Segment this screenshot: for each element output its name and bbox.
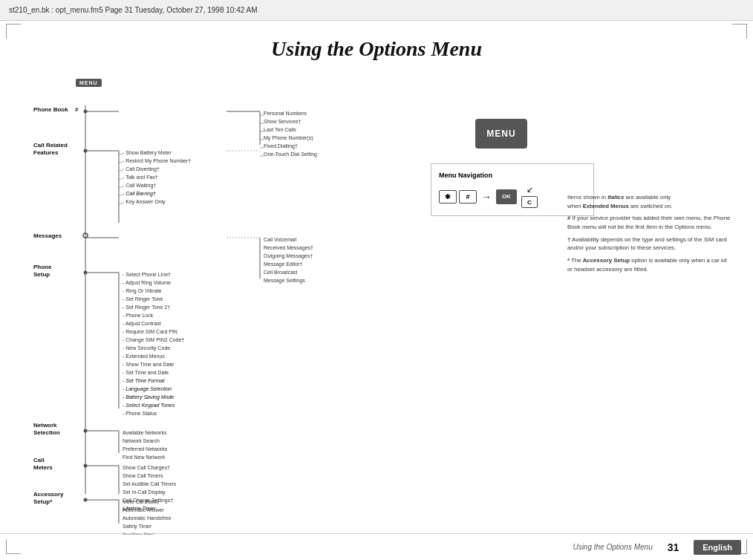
main-content: MENU Phone Book # Call Related Features …	[22, 74, 731, 523]
svg-text:- Ring Or Vibrate: - Ring Or Vibrate	[123, 288, 161, 294]
corner-mark-tr	[732, 24, 747, 39]
corner-mark-tl	[6, 24, 21, 39]
svg-text:My Phone Number(s): My Phone Number(s)	[264, 135, 313, 141]
svg-text:- Call Barring†: - Call Barring†	[123, 191, 156, 197]
svg-text:- Set Time Format: - Set Time Format	[123, 378, 165, 383]
nav-arrow-right: →	[481, 191, 492, 203]
svg-text:Features: Features	[33, 149, 59, 156]
svg-text:- Call Diverting†: - Call Diverting†	[123, 166, 160, 172]
svg-text:Messages: Messages	[33, 232, 62, 239]
menu-icon-top: MENU	[76, 74, 102, 88]
svg-text:Mute Car Radio: Mute Car Radio	[123, 499, 159, 504]
svg-text:- Restrict My Phone Number†: - Restrict My Phone Number†	[123, 158, 191, 164]
menu-nav-title: Menu Navigation	[439, 172, 586, 179]
svg-text:- New Security Code: - New Security Code	[123, 345, 170, 351]
nav-arrow-back: ↙	[527, 185, 533, 195]
svg-point-4	[84, 110, 88, 114]
nav-back-group: ↙ C	[521, 185, 538, 208]
footer-page-number: 31	[668, 541, 679, 553]
nav-ok-btn[interactable]: OK	[496, 189, 517, 204]
menu-label: MENU	[76, 79, 102, 87]
svg-text:Outgoing Messages†: Outgoing Messages†	[264, 253, 313, 259]
svg-text:Personal Numbers: Personal Numbers	[264, 111, 307, 116]
note-hash: # If your service provider has added the…	[567, 214, 731, 231]
svg-text:- Require SIM Card PIN: - Require SIM Card PIN	[123, 329, 177, 335]
nav-star-btn[interactable]: ✱	[439, 190, 457, 204]
svg-text:#: #	[75, 106, 79, 113]
svg-text:Setup: Setup	[33, 271, 50, 278]
svg-point-8	[84, 149, 88, 153]
svg-text:Phone Book: Phone Book	[33, 106, 68, 113]
svg-text:Automatic Answer: Automatic Answer	[123, 507, 165, 512]
nav-controls: ✱ # → OK ↙ C	[439, 185, 586, 208]
svg-text:Meters: Meters	[33, 464, 53, 471]
svg-text:- Set Time and Date: - Set Time and Date	[123, 370, 169, 375]
svg-text:Preferred Networks: Preferred Networks	[123, 446, 168, 452]
svg-text:Selection: Selection	[33, 429, 60, 436]
svg-text:Phone: Phone	[33, 264, 52, 270]
svg-text:- Change SIM PIN2 Code†: - Change SIM PIN2 Code†	[123, 337, 184, 343]
svg-text:Network: Network	[33, 422, 57, 429]
svg-text:Received Messages†: Received Messages†	[264, 245, 313, 251]
svg-text:- Extended Menus: - Extended Menus	[123, 354, 165, 359]
note-dagger: † Availability depends on the type and s…	[567, 235, 731, 253]
svg-text:- Language Selection: - Language Selection	[123, 386, 172, 392]
svg-text:Call Related: Call Related	[33, 142, 68, 149]
right-panel: MENU Menu Navigation ✱ # → OK ↙ C	[416, 74, 731, 523]
svg-text:One-Touch Dial Setting: One-Touch Dial Setting	[264, 152, 317, 157]
svg-text:Set Audible Call Timers: Set Audible Call Timers	[123, 481, 177, 486]
svg-text:- Select Keypad Tones: - Select Keypad Tones	[123, 403, 175, 408]
svg-text:- Phone Lock: - Phone Lock	[123, 313, 154, 318]
svg-text:Last Ten Calls: Last Ten Calls	[264, 127, 296, 132]
svg-text:Automatic Handsfree: Automatic Handsfree	[123, 515, 171, 521]
nav-c-btn[interactable]: C	[521, 196, 538, 208]
large-menu-button: MENU	[475, 119, 527, 149]
svg-text:Fixed Dialling†: Fixed Dialling†	[264, 143, 298, 149]
svg-text:Set In-Call Display: Set In-Call Display	[123, 489, 166, 495]
menu-diagram: MENU Phone Book # Call Related Features …	[22, 74, 408, 523]
svg-text:Show Services†: Show Services†	[264, 119, 301, 124]
svg-text:- Set Ringer Tone 2†: - Set Ringer Tone 2†	[123, 305, 170, 310]
svg-text:Available Networks: Available Networks	[123, 430, 167, 435]
svg-text:Network Search: Network Search	[123, 438, 160, 443]
svg-text:- Select Phone Line†: - Select Phone Line†	[123, 272, 171, 277]
page-title: Using the Options Menu	[0, 37, 753, 61]
nav-hash-btn[interactable]: #	[459, 190, 477, 204]
svg-text:Setup*: Setup*	[33, 498, 53, 505]
svg-text:Call: Call	[33, 457, 45, 463]
svg-text:Show Call Charges†: Show Call Charges†	[123, 465, 170, 471]
svg-text:Cell Broadcast: Cell Broadcast	[264, 270, 298, 275]
note-italics: Items shown in Italics are available onl…	[567, 193, 731, 210]
svg-text:Find New Network: Find New Network	[123, 455, 166, 460]
svg-text:Message Editor†: Message Editor†	[264, 261, 303, 267]
svg-text:Show Call Timers: Show Call Timers	[123, 473, 163, 478]
svg-text:- Phone Status: - Phone Status	[123, 411, 157, 416]
note-star: * The Accessory Setup option is availabl…	[567, 256, 731, 273]
svg-text:- Key Answer Only: - Key Answer Only	[123, 199, 166, 205]
footer-section-label: Using the Options Menu	[573, 543, 652, 551]
svg-text:Accessory: Accessory	[33, 491, 64, 498]
footer: Using the Options Menu 31 English	[0, 533, 753, 560]
svg-text:- Show Battery Meter: - Show Battery Meter	[123, 150, 172, 156]
header-bar: st210_en.bk : opt_menu.fm5 Page 31 Tuesd…	[0, 0, 753, 21]
svg-text:- Call Waiting†: - Call Waiting†	[123, 183, 156, 189]
svg-text:Call Voicemail: Call Voicemail	[264, 237, 296, 242]
header-text: st210_en.bk : opt_menu.fm5 Page 31 Tuesd…	[9, 6, 257, 14]
svg-text:- Adjust Ring Volume: - Adjust Ring Volume	[123, 280, 171, 286]
menu-tree-svg: Phone Book # Call Related Features - Sho…	[22, 89, 408, 535]
notes-section: Items shown in Italics are available onl…	[567, 193, 731, 278]
svg-text:- Adjust Contrast: - Adjust Contrast	[123, 321, 161, 327]
svg-text:- Set Ringer Tone: - Set Ringer Tone	[123, 296, 163, 302]
footer-language: English	[694, 540, 741, 555]
svg-text:- Show Time and Date: - Show Time and Date	[123, 362, 174, 367]
svg-text:Safety Timer: Safety Timer	[123, 524, 152, 530]
svg-text:Message Settings: Message Settings	[264, 278, 305, 284]
svg-text:- Battery Saving Mode: - Battery Saving Mode	[123, 394, 174, 400]
nav-left-group: ✱ #	[439, 190, 477, 204]
svg-text:- Talk and Fax†: - Talk and Fax†	[123, 175, 158, 180]
